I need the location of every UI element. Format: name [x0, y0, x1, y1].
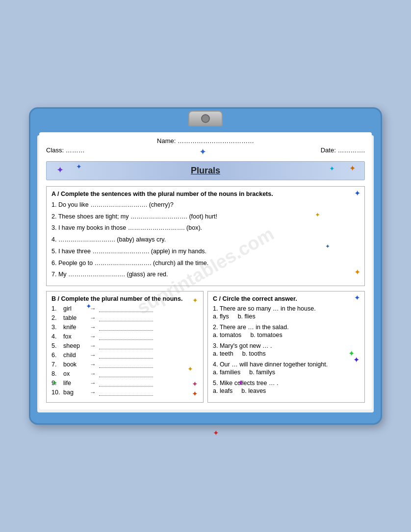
- section-a-line-3: 3. I have my books in those ………………………. (…: [51, 223, 360, 233]
- noun-line-9: 9. life →: [51, 380, 198, 387]
- worksheet-title: Plurals: [51, 166, 360, 176]
- date-label: Date: ………….: [321, 146, 365, 157]
- two-col: B / Complete the plural number of the no…: [46, 291, 365, 403]
- noun-line-5: 5. sheep →: [51, 342, 198, 349]
- clip-metal: [188, 111, 223, 126]
- noun-list: 1. girl → 2. table → 3. knife → 4. fox →…: [51, 305, 198, 396]
- question-3: 3. Mary's got new … .a. teethb. tooths: [213, 342, 360, 357]
- class-date-line: Class: ……… ✦ Date: ………….: [46, 146, 365, 157]
- section-a-line-4: 4. ………………………. (baby) always cry.: [51, 235, 360, 244]
- section-a-line-5: 5. I have three ………………………. (apple) in my…: [51, 247, 360, 256]
- noun-line-10: 10. bag →: [51, 389, 198, 396]
- paper-stack: suprintables.com Name: ……………………………… Clas…: [39, 132, 372, 410]
- noun-line-1: 1. girl →: [51, 305, 198, 312]
- clip: [39, 111, 372, 126]
- section-a-title: A / Complete the sentences with the plur…: [51, 191, 360, 197]
- section-c: C / Circle the correct answer. ✦ 1. Ther…: [207, 291, 365, 403]
- noun-line-2: 2. table →: [51, 314, 198, 321]
- section-a: A / Complete the sentences with the plur…: [46, 186, 365, 286]
- section-a-line-7: 7. My ………………………. (glass) are red.: [51, 270, 360, 279]
- clip-hole: [201, 114, 210, 123]
- section-a-line-6: 6. People go to ………………………. (church) all …: [51, 259, 360, 268]
- section-c-title: C / Circle the correct answer.: [213, 295, 360, 302]
- noun-line-4: 4. fox →: [51, 333, 198, 340]
- question-2: 2. There are … in the salad.a. tomatosb.…: [213, 324, 360, 339]
- noun-line-8: 8. ox →: [51, 370, 198, 377]
- class-label: Class: ………: [46, 146, 85, 157]
- name-label: Name: ………………………………: [157, 137, 254, 145]
- title-box: ✦ ✦ Plurals ✦ ✦: [46, 161, 365, 180]
- question-1: 1. There are so many … in the house.a. f…: [213, 305, 360, 320]
- section-b-title: B / Complete the plural number of the no…: [51, 295, 198, 302]
- question-5: 5. Mike collects tree … .a. leafsb. leav…: [213, 380, 360, 394]
- question-list: 1. There are so many … in the house.a. f…: [213, 305, 360, 394]
- section-a-line-2: 2. These shoes are tight; my ………………………. …: [51, 212, 360, 221]
- name-line: Name: ………………………………: [46, 137, 365, 145]
- question-4: 4. Our … will have dinner together tonig…: [213, 361, 360, 376]
- section-b: B / Complete the plural number of the no…: [46, 291, 204, 403]
- section-a-line-1: 1. Do you like ………………………. (cherry)?: [51, 200, 360, 210]
- noun-line-6: 6. child →: [51, 352, 198, 359]
- clipboard: suprintables.com Name: ……………………………… Clas…: [29, 107, 382, 425]
- noun-line-3: 3. knife →: [51, 324, 198, 331]
- paper-main: suprintables.com Name: ……………………………… Clas…: [39, 132, 372, 410]
- noun-line-7: 7. book →: [51, 361, 198, 368]
